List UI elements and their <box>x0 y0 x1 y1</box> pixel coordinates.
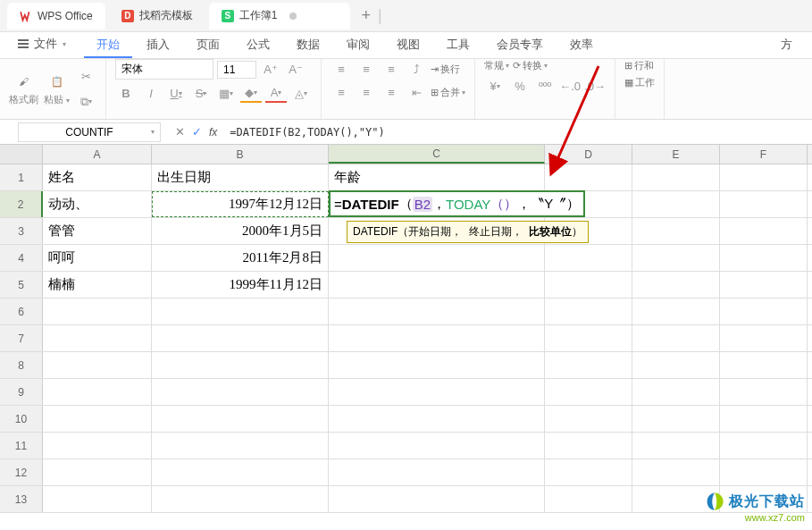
row-header[interactable]: 1 <box>0 164 43 190</box>
wrap-text-button[interactable]: ⇥ 换行 <box>431 63 460 76</box>
menu-tools[interactable]: 工具 <box>434 31 482 58</box>
row-header[interactable]: 3 <box>0 218 43 244</box>
merge-button[interactable]: ⊞ 合并▾ <box>431 86 465 99</box>
cut-button[interactable]: ✂ <box>75 67 96 87</box>
menu-member[interactable]: 会员专享 <box>484 31 556 58</box>
percent-button[interactable]: % <box>509 76 531 96</box>
grid-row-11: 11 <box>0 433 812 459</box>
col-header-A[interactable]: A <box>43 145 152 164</box>
col-header-E[interactable]: E <box>632 145 720 164</box>
clear-format-button[interactable]: ◬▾ <box>290 83 312 103</box>
ribbon-align: ≡ ≡ ≡ ⤴ ⇥ 换行 ≡ ≡ ≡ ⇤ ⊞ 合并▾ <box>322 59 475 119</box>
copy-button[interactable]: ⧉▾ <box>75 92 96 112</box>
menu-review[interactable]: 审阅 <box>334 31 382 58</box>
caret-down-icon: ▾ <box>151 128 155 136</box>
cell-A5[interactable]: 楠楠 <box>43 272 152 298</box>
decimal-inc-button[interactable]: ←.0 <box>559 76 581 96</box>
menu-view[interactable]: 视图 <box>384 31 432 58</box>
cell-E5[interactable] <box>632 272 720 298</box>
app-tab-workbook[interactable]: S 工作簿1 <box>209 3 351 29</box>
underline-button[interactable]: U▾ <box>165 83 187 103</box>
cell-B3[interactable]: 2000年1月5日 <box>152 218 329 244</box>
font-increase-button[interactable]: A⁺ <box>260 60 281 80</box>
align-bottom-button[interactable]: ≡ <box>381 59 402 79</box>
font-size-select[interactable]: 11 <box>217 61 256 79</box>
cell-E2[interactable] <box>632 191 720 217</box>
align-center-button[interactable]: ≡ <box>356 82 377 102</box>
fx-button[interactable]: fx <box>209 126 217 139</box>
menu-data[interactable]: 数据 <box>284 31 332 58</box>
align-left-button[interactable]: ≡ <box>331 82 352 102</box>
cell-D5[interactable] <box>545 272 632 298</box>
cell-B5[interactable]: 1999年11月12日 <box>152 272 329 298</box>
menu-formula[interactable]: 公式 <box>234 31 282 58</box>
app-tab-template[interactable]: D 找稻壳模板 <box>109 3 205 29</box>
cell-C2[interactable]: =DATEDIF（B2，TODAY（），〝Y〞） DATEDIF（开始日期， 终… <box>329 191 545 217</box>
cell-A2[interactable]: 动动、 <box>43 191 152 217</box>
cell-E1[interactable] <box>632 164 720 190</box>
worksheet-button[interactable]: ▦ 工作 <box>624 76 655 89</box>
menu-page[interactable]: 页面 <box>184 31 232 58</box>
cell-A4[interactable]: 呵呵 <box>43 245 152 271</box>
app-tab-wps[interactable]: WPS Office <box>7 3 105 29</box>
cell-A3[interactable]: 管管 <box>43 218 152 244</box>
cell-F2[interactable] <box>720 191 808 217</box>
row-col-button[interactable]: ⊞ 行和 <box>624 59 654 72</box>
strike-button[interactable]: S▾ <box>190 83 212 103</box>
font-decrease-button[interactable]: A⁻ <box>285 60 306 80</box>
new-tab-button[interactable]: +| <box>354 6 389 25</box>
cell-F4[interactable] <box>720 245 808 271</box>
row-header[interactable]: 2 <box>0 191 43 217</box>
cancel-formula-button[interactable]: ✕ <box>175 125 185 139</box>
font-name-select[interactable]: 宋体 <box>115 59 213 80</box>
menu-insert[interactable]: 插入 <box>134 31 182 58</box>
fill-color-button[interactable]: ◆▾ <box>240 83 262 103</box>
col-header-D[interactable]: D <box>545 145 632 164</box>
convert-button[interactable]: ⟳ 转换▾ <box>513 59 548 72</box>
orientation-button[interactable]: ⤴ <box>406 59 427 79</box>
row-header[interactable]: 5 <box>0 272 43 298</box>
font-color-button[interactable]: A▾ <box>265 83 287 103</box>
cell-E4[interactable] <box>632 245 720 271</box>
cell-E3[interactable] <box>632 218 720 244</box>
cell-D4[interactable] <box>545 245 632 271</box>
col-header-F[interactable]: F <box>720 145 808 164</box>
name-box[interactable]: COUNTIF ▾ <box>18 122 161 142</box>
number-format-select[interactable]: 常规 ▾ <box>484 59 509 72</box>
menu-start[interactable]: 开始 <box>84 31 132 58</box>
cell-D1[interactable] <box>545 164 632 190</box>
select-all-corner[interactable] <box>0 145 43 164</box>
row-header[interactable]: 4 <box>0 245 43 271</box>
file-menu[interactable]: 文件 ▾ <box>11 32 73 55</box>
cell-B2[interactable]: 1997年12月12日 <box>152 191 329 217</box>
menu-efficiency[interactable]: 效率 <box>557 31 606 58</box>
format-painter-button[interactable]: 🖌 格式刷 <box>9 72 38 106</box>
cell-editor[interactable]: =DATEDIF（B2，TODAY（），〝Y〞） <box>329 190 585 217</box>
decimal-dec-button[interactable]: .0→ <box>584 76 606 96</box>
cell-A1[interactable]: 姓名 <box>43 164 152 190</box>
cell-F1[interactable] <box>720 164 808 190</box>
border-button[interactable]: ▦▾ <box>215 83 237 103</box>
align-middle-button[interactable]: ≡ <box>356 59 377 79</box>
cell-F5[interactable] <box>720 272 808 298</box>
align-top-button[interactable]: ≡ <box>331 59 352 79</box>
confirm-formula-button[interactable]: ✓ <box>192 125 202 139</box>
cell-F3[interactable] <box>720 218 808 244</box>
cell-B4[interactable]: 2011年2月8日 <box>152 245 329 271</box>
cell-C5[interactable] <box>329 272 545 298</box>
italic-button[interactable]: I <box>140 83 162 103</box>
currency-button[interactable]: ¥▾ <box>484 76 506 96</box>
menu-right[interactable]: 方 <box>772 31 801 58</box>
bold-button[interactable]: B <box>115 83 137 103</box>
indent-button[interactable]: ⇤ <box>406 82 427 102</box>
thousands-button[interactable]: ººº <box>534 76 556 96</box>
cell-B1[interactable]: 出生日期 <box>152 164 329 190</box>
col-header-C[interactable]: C <box>329 145 545 164</box>
col-header-B[interactable]: B <box>152 145 329 164</box>
paste-button[interactable]: 📋 粘贴 ▾ <box>44 72 70 106</box>
formula-input[interactable]: =DATEDIF(B2,TODAY(),"Y") <box>224 126 812 139</box>
cell-C4[interactable] <box>329 245 545 271</box>
cell-C1[interactable]: 年龄 <box>329 164 545 190</box>
tab-close-icon[interactable] <box>289 13 297 20</box>
align-right-button[interactable]: ≡ <box>381 82 402 102</box>
